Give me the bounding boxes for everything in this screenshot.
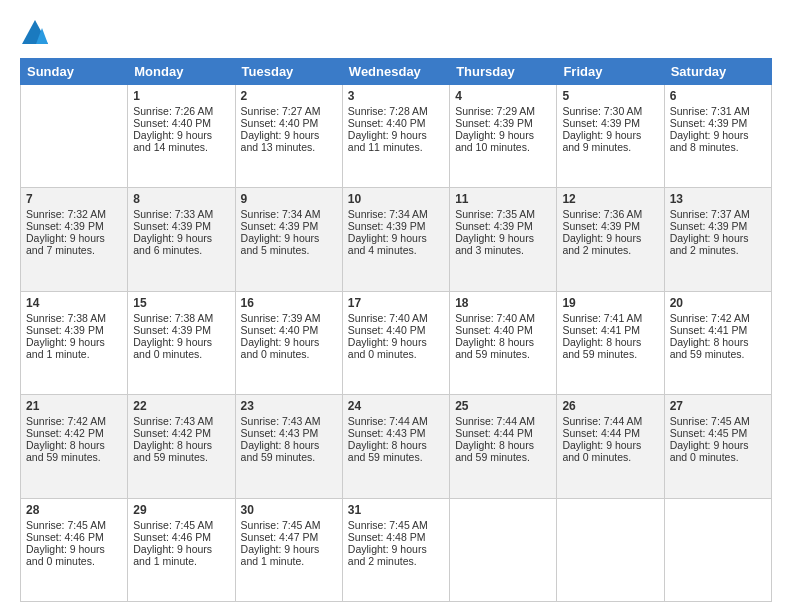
col-header-sunday: Sunday: [21, 59, 128, 85]
sunrise-text: Sunrise: 7:27 AM: [241, 105, 337, 117]
day-cell: 13Sunrise: 7:37 AMSunset: 4:39 PMDayligh…: [664, 188, 771, 291]
day-number: 2: [241, 89, 337, 103]
daylight-text: Daylight: 8 hours and 59 minutes.: [133, 439, 229, 463]
day-cell: 20Sunrise: 7:42 AMSunset: 4:41 PMDayligh…: [664, 291, 771, 394]
sunrise-text: Sunrise: 7:42 AM: [26, 415, 122, 427]
sunrise-text: Sunrise: 7:45 AM: [241, 519, 337, 531]
daylight-text: Daylight: 8 hours and 59 minutes.: [455, 439, 551, 463]
day-number: 12: [562, 192, 658, 206]
sunset-text: Sunset: 4:48 PM: [348, 531, 444, 543]
sunrise-text: Sunrise: 7:38 AM: [26, 312, 122, 324]
day-number: 31: [348, 503, 444, 517]
col-header-wednesday: Wednesday: [342, 59, 449, 85]
sunrise-text: Sunrise: 7:30 AM: [562, 105, 658, 117]
day-number: 11: [455, 192, 551, 206]
day-cell: 29Sunrise: 7:45 AMSunset: 4:46 PMDayligh…: [128, 498, 235, 601]
sunset-text: Sunset: 4:40 PM: [348, 324, 444, 336]
day-cell: 21Sunrise: 7:42 AMSunset: 4:42 PMDayligh…: [21, 395, 128, 498]
day-number: 14: [26, 296, 122, 310]
day-number: 15: [133, 296, 229, 310]
daylight-text: Daylight: 9 hours and 0 minutes.: [133, 336, 229, 360]
daylight-text: Daylight: 9 hours and 1 minute.: [133, 543, 229, 567]
sunrise-text: Sunrise: 7:45 AM: [670, 415, 766, 427]
day-number: 17: [348, 296, 444, 310]
sunset-text: Sunset: 4:40 PM: [241, 324, 337, 336]
week-row-0: 1Sunrise: 7:26 AMSunset: 4:40 PMDaylight…: [21, 85, 772, 188]
day-cell: 2Sunrise: 7:27 AMSunset: 4:40 PMDaylight…: [235, 85, 342, 188]
sunrise-text: Sunrise: 7:40 AM: [455, 312, 551, 324]
sunset-text: Sunset: 4:39 PM: [670, 117, 766, 129]
sunset-text: Sunset: 4:41 PM: [670, 324, 766, 336]
day-number: 19: [562, 296, 658, 310]
col-header-friday: Friday: [557, 59, 664, 85]
sunrise-text: Sunrise: 7:44 AM: [562, 415, 658, 427]
week-row-2: 14Sunrise: 7:38 AMSunset: 4:39 PMDayligh…: [21, 291, 772, 394]
day-number: 28: [26, 503, 122, 517]
daylight-text: Daylight: 9 hours and 8 minutes.: [670, 129, 766, 153]
day-number: 13: [670, 192, 766, 206]
col-header-saturday: Saturday: [664, 59, 771, 85]
day-number: 16: [241, 296, 337, 310]
calendar-page: SundayMondayTuesdayWednesdayThursdayFrid…: [0, 0, 792, 612]
sunset-text: Sunset: 4:40 PM: [348, 117, 444, 129]
daylight-text: Daylight: 9 hours and 0 minutes.: [348, 336, 444, 360]
day-number: 18: [455, 296, 551, 310]
day-number: 5: [562, 89, 658, 103]
day-number: 26: [562, 399, 658, 413]
sunrise-text: Sunrise: 7:37 AM: [670, 208, 766, 220]
sunset-text: Sunset: 4:39 PM: [562, 220, 658, 232]
daylight-text: Daylight: 8 hours and 59 minutes.: [670, 336, 766, 360]
sunset-text: Sunset: 4:39 PM: [133, 324, 229, 336]
day-number: 1: [133, 89, 229, 103]
col-header-thursday: Thursday: [450, 59, 557, 85]
sunset-text: Sunset: 4:44 PM: [455, 427, 551, 439]
day-cell: 10Sunrise: 7:34 AMSunset: 4:39 PMDayligh…: [342, 188, 449, 291]
daylight-text: Daylight: 9 hours and 6 minutes.: [133, 232, 229, 256]
daylight-text: Daylight: 9 hours and 0 minutes.: [562, 439, 658, 463]
col-header-monday: Monday: [128, 59, 235, 85]
sunset-text: Sunset: 4:39 PM: [562, 117, 658, 129]
sunset-text: Sunset: 4:39 PM: [133, 220, 229, 232]
day-cell: 27Sunrise: 7:45 AMSunset: 4:45 PMDayligh…: [664, 395, 771, 498]
day-cell: 19Sunrise: 7:41 AMSunset: 4:41 PMDayligh…: [557, 291, 664, 394]
sunrise-text: Sunrise: 7:41 AM: [562, 312, 658, 324]
day-cell: 3Sunrise: 7:28 AMSunset: 4:40 PMDaylight…: [342, 85, 449, 188]
week-row-1: 7Sunrise: 7:32 AMSunset: 4:39 PMDaylight…: [21, 188, 772, 291]
day-cell: 28Sunrise: 7:45 AMSunset: 4:46 PMDayligh…: [21, 498, 128, 601]
sunrise-text: Sunrise: 7:43 AM: [133, 415, 229, 427]
day-number: 4: [455, 89, 551, 103]
daylight-text: Daylight: 9 hours and 14 minutes.: [133, 129, 229, 153]
day-number: 24: [348, 399, 444, 413]
daylight-text: Daylight: 8 hours and 59 minutes.: [455, 336, 551, 360]
day-number: 30: [241, 503, 337, 517]
sunrise-text: Sunrise: 7:45 AM: [26, 519, 122, 531]
day-cell: 15Sunrise: 7:38 AMSunset: 4:39 PMDayligh…: [128, 291, 235, 394]
day-number: 22: [133, 399, 229, 413]
day-number: 10: [348, 192, 444, 206]
sunrise-text: Sunrise: 7:32 AM: [26, 208, 122, 220]
sunrise-text: Sunrise: 7:40 AM: [348, 312, 444, 324]
sunset-text: Sunset: 4:39 PM: [26, 324, 122, 336]
daylight-text: Daylight: 9 hours and 7 minutes.: [26, 232, 122, 256]
day-cell: 26Sunrise: 7:44 AMSunset: 4:44 PMDayligh…: [557, 395, 664, 498]
sunrise-text: Sunrise: 7:35 AM: [455, 208, 551, 220]
sunrise-text: Sunrise: 7:36 AM: [562, 208, 658, 220]
day-cell: 12Sunrise: 7:36 AMSunset: 4:39 PMDayligh…: [557, 188, 664, 291]
day-number: 20: [670, 296, 766, 310]
day-number: 29: [133, 503, 229, 517]
day-cell: 17Sunrise: 7:40 AMSunset: 4:40 PMDayligh…: [342, 291, 449, 394]
daylight-text: Daylight: 9 hours and 11 minutes.: [348, 129, 444, 153]
daylight-text: Daylight: 9 hours and 3 minutes.: [455, 232, 551, 256]
logo-icon: [20, 18, 50, 48]
sunset-text: Sunset: 4:40 PM: [241, 117, 337, 129]
daylight-text: Daylight: 9 hours and 1 minute.: [26, 336, 122, 360]
sunset-text: Sunset: 4:39 PM: [670, 220, 766, 232]
sunrise-text: Sunrise: 7:44 AM: [348, 415, 444, 427]
day-cell: 31Sunrise: 7:45 AMSunset: 4:48 PMDayligh…: [342, 498, 449, 601]
sunrise-text: Sunrise: 7:45 AM: [133, 519, 229, 531]
sunrise-text: Sunrise: 7:42 AM: [670, 312, 766, 324]
header: [20, 18, 772, 48]
day-cell: 1Sunrise: 7:26 AMSunset: 4:40 PMDaylight…: [128, 85, 235, 188]
day-number: 21: [26, 399, 122, 413]
calendar-table: SundayMondayTuesdayWednesdayThursdayFrid…: [20, 58, 772, 602]
